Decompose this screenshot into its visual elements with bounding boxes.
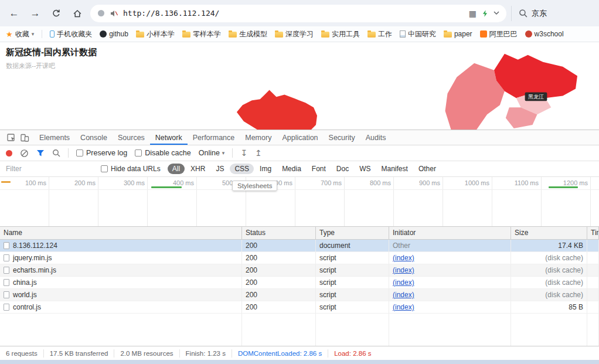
initiator-link[interactable]: (index) [393,266,414,274]
column-header-size[interactable]: Size [511,227,587,239]
tab-memory[interactable]: Memory [240,130,277,145]
preserve-log-option[interactable]: Preserve log [76,149,127,157]
network-request-row[interactable]: echarts.min.js 200 script (index) (disk … [0,264,599,277]
back-button[interactable]: ← [6,5,22,22]
type-cell: document [316,240,389,252]
filter-pill-all[interactable]: All [168,164,185,174]
site-info-icon[interactable] [97,9,105,17]
column-header-initiator[interactable]: Initiator [389,227,511,239]
map-region-red[interactable] [237,90,317,130]
filter-pill-other[interactable]: Other [414,164,441,174]
column-header-status[interactable]: Status [242,227,316,239]
browser-search[interactable]: 京东 [511,6,593,21]
filter-pill-css[interactable]: CSS [230,164,254,174]
file-icon [4,242,9,249]
bookmark-folder[interactable]: 实用工具 [321,29,360,39]
bookmark-folder[interactable]: 深度学习 [275,29,314,39]
network-overview[interactable]: 100 ms 200 ms 300 ms 400 ms 500 ms 600 m… [0,177,599,226]
bookmark-alibaba[interactable]: 阿里巴巴 [480,29,518,39]
filter-funnel-icon[interactable] [36,149,45,157]
home-button[interactable] [69,5,86,22]
phone-icon [50,30,55,38]
github-icon [100,30,107,38]
network-request-row[interactable]: china.js 200 script (index) (disk cache) [0,277,599,289]
bookmark-label: 阿里巴巴 [489,29,518,39]
bookmark-label: 深度学习 [285,29,314,39]
filter-pill-ws[interactable]: WS [355,164,375,174]
size-cell: 85 B [511,301,587,314]
filter-pill-manifest[interactable]: Manifest [377,164,413,174]
waterfall-bar-green [151,186,182,188]
bookmark-folder[interactable]: 小样本学 [136,29,175,39]
qr-code-icon[interactable]: ▦ [469,9,477,18]
hide-data-urls-option[interactable]: Hide data URLs [101,165,161,173]
filter-pill-xhr[interactable]: XHR [186,164,210,174]
filter-pill-img[interactable]: Img [255,164,276,174]
bookmark-folder[interactable]: paper [444,30,472,38]
bookmark-github[interactable]: github [100,30,128,38]
search-requests-icon[interactable] [52,149,60,157]
throttling-dropdown[interactable]: Online ▾ [199,149,225,157]
tab-audits[interactable]: Audits [360,130,392,145]
lightning-icon[interactable] [481,9,489,18]
initiator-link[interactable]: (index) [393,291,414,299]
filter-pill-media[interactable]: Media [277,164,306,174]
disable-cache-option[interactable]: Disable cache [135,149,191,157]
status-cell: 200 [242,277,316,289]
tab-performance[interactable]: Performance [188,130,240,145]
tab-security[interactable]: Security [324,130,360,145]
initiator-link[interactable]: (index) [393,278,414,287]
device-toolbar-icon[interactable] [20,134,29,142]
column-header-type[interactable]: Type [316,227,389,239]
filter-input[interactable] [6,165,94,173]
name-cell: china.js [0,277,242,289]
tab-sources[interactable]: Sources [113,130,150,145]
initiator-link[interactable]: (index) [393,254,414,262]
address-bar[interactable]: http://8.136.112.124/ ▦ [90,5,506,22]
reload-button[interactable] [48,5,64,22]
network-request-row[interactable]: world.js 200 script (index) (disk cache) [0,289,599,301]
preserve-log-checkbox[interactable] [76,149,83,157]
bookmark-china-research[interactable]: 中国研究 [400,29,436,39]
initiator-link[interactable]: (index) [393,303,414,311]
filter-pill-js[interactable]: JS [211,164,229,174]
inspect-element-icon[interactable] [7,134,16,142]
bookmark-label: 工作 [378,29,392,39]
network-request-row[interactable]: 8.136.112.124 200 document Other 17.4 KB [0,240,599,252]
clear-icon[interactable] [20,149,29,158]
map-region-heilongjiang[interactable] [494,54,577,98]
page-subtitle: 数据来源--开课吧 [6,62,55,70]
bookmark-mobile-folder[interactable]: 手机收藏夹 [50,29,92,39]
folder-icon [275,32,283,38]
disable-cache-checkbox[interactable] [135,149,142,157]
hide-data-urls-checkbox[interactable] [101,165,108,172]
column-header-time[interactable]: Time [587,227,599,239]
bookmark-favorites[interactable]: ★ 收藏 ▾ [6,29,34,39]
network-request-row[interactable]: jquery.min.js 200 script (index) (disk c… [0,252,599,264]
export-har-icon[interactable]: ↥ [255,149,262,157]
filter-pill-font[interactable]: Font [307,164,331,174]
chevron-down-icon[interactable] [494,11,499,15]
tab-elements[interactable]: Elements [34,130,75,145]
filter-pill-doc[interactable]: Doc [332,164,353,174]
tab-application[interactable]: Application [277,130,323,145]
column-header-name[interactable]: Name [0,227,242,239]
bookmark-w3school[interactable]: w3school [525,30,564,38]
tab-network[interactable]: Network [150,130,188,145]
initiator-cell: (index) [389,264,511,277]
timeline-tick: 100 ms [0,177,49,226]
mute-icon[interactable] [110,9,118,18]
bookmark-folder[interactable]: 零样本学 [182,29,221,39]
bookmark-folder[interactable]: 工作 [367,29,392,39]
bookmark-label: 零样本学 [193,29,221,39]
dom-content-loaded-time: DOMContentLoaded: 2.86 s [232,349,328,358]
china-map[interactable]: 黑龙江 [212,42,599,130]
tab-console[interactable]: Console [75,130,113,145]
import-har-icon[interactable]: ↧ [240,149,247,157]
network-request-row[interactable]: control.js 200 script (index) 85 B [0,301,599,314]
bookmark-folder[interactable]: 生成模型 [229,29,267,39]
alibaba-icon [480,30,487,38]
forward-button[interactable]: → [27,5,43,22]
record-button[interactable] [6,150,12,157]
initiator-cell: (index) [389,277,511,289]
